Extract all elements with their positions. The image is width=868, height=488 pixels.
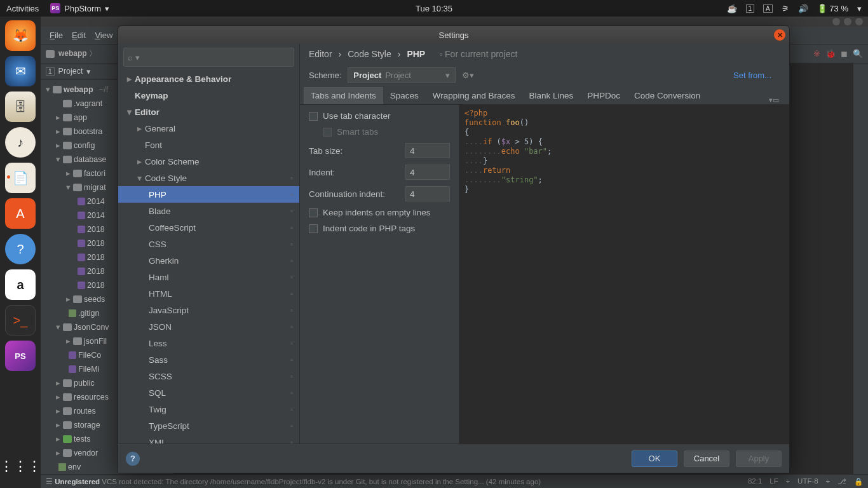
set-from-link[interactable]: Set from... [733, 71, 780, 80]
sidebar-item-keymap[interactable]: Keymap [118, 87, 299, 104]
minimize-button[interactable] [832, 18, 840, 25]
dialog-titlebar[interactable]: Settings ✕ [118, 26, 789, 44]
tab-code-conversion[interactable]: Code Conversion [627, 87, 707, 104]
indent-label: Indent: [309, 168, 335, 177]
status-message[interactable]: ☰ Unregistered VCS root detected: The di… [46, 477, 541, 486]
ok-button[interactable]: OK [632, 451, 677, 467]
stop-icon[interactable]: ◼ [841, 49, 848, 58]
keep-indents-checkbox[interactable]: Keep indents on empty lines [309, 208, 450, 217]
dock-help[interactable]: ? [5, 234, 36, 264]
indent-options: Use tab character Smart tabs Tab size:4 … [300, 105, 459, 444]
sidebar-item-blade[interactable]: Blade▫ [118, 203, 299, 219]
maximize-button[interactable] [844, 18, 851, 25]
status-bar: ☰ Unregistered VCS root detected: The di… [41, 474, 868, 488]
status-position[interactable]: 82:1 [748, 477, 762, 486]
dialog-footer: ? OK Cancel Apply [118, 444, 789, 473]
sidebar-item-xml[interactable]: XML▫ [118, 434, 299, 444]
sidebar-item-javascript[interactable]: JavaScript▫ [118, 302, 299, 318]
coffee-icon[interactable]: ☕ [727, 4, 737, 13]
app-menu[interactable]: PS PhpStorm ▾ [50, 3, 109, 13]
apply-button[interactable]: Apply [736, 451, 782, 467]
settings-search-input[interactable]: ⌕ ▾ [123, 48, 294, 67]
sidebar-item-gherkin[interactable]: Gherkin▫ [118, 252, 299, 269]
breadcrumb[interactable]: webapp 〉 [58, 48, 97, 59]
gear-icon[interactable]: ⚙▾ [462, 71, 474, 80]
sidebar-item-sql[interactable]: SQL▫ [118, 384, 299, 401]
status-git-icon[interactable]: ⎇ [837, 477, 846, 486]
bug-icon[interactable]: 🐞 [825, 49, 836, 58]
sidebar-item-codestyle[interactable]: ▾Code Style▫ [118, 170, 299, 186]
tab-size-input[interactable]: 4 [405, 143, 450, 158]
status-line-sep[interactable]: LF [770, 477, 778, 486]
dock-firefox[interactable]: 🦊 [5, 20, 36, 51]
tab-phpdoc[interactable]: PHPDoc [580, 87, 627, 104]
launcher-dock: 🦊 ✉ 🗄 ♪ 📄 A ? a >_ PS ⋮⋮⋮ [0, 17, 41, 488]
tab-blank-lines[interactable]: Blank Lines [522, 87, 580, 104]
menu-view[interactable]: View [92, 29, 115, 41]
dock-rhythmbox[interactable]: ♪ [5, 127, 36, 158]
smart-tabs-checkbox: Smart tabs [309, 127, 450, 137]
sidebar-item-editor[interactable]: ▾Editor [118, 104, 299, 120]
folder-icon [46, 50, 55, 58]
dock-show-apps[interactable]: ⋮⋮⋮ [5, 451, 36, 482]
search-icon[interactable]: 🔍 [853, 49, 863, 58]
dock-terminal[interactable]: >_ [5, 305, 36, 336]
sidebar-item-scss[interactable]: SCSS▫ [118, 368, 299, 384]
dock-amazon[interactable]: a [5, 269, 36, 300]
right-gutter [853, 64, 868, 474]
indicator-1-icon[interactable]: 1 [746, 4, 755, 13]
sidebar-item-general[interactable]: ▸General [118, 120, 299, 137]
gnome-top-bar: Activities PS PhpStorm ▾ Tue 10:35 ☕ 1 A… [0, 0, 868, 17]
dock-files[interactable]: 🗄 [5, 92, 36, 122]
volume-icon[interactable]: 🔊 [798, 4, 808, 13]
sidebar-item-html[interactable]: HTML▫ [118, 285, 299, 302]
code-preview: <?php function foo() { ....if ($x > 5) {… [459, 105, 789, 444]
project-index-icon: 1 [46, 67, 55, 76]
indicator-a-icon[interactable]: A [763, 4, 773, 13]
wifi-icon[interactable]: ⚞ [782, 4, 789, 13]
sidebar-item-coffeescript[interactable]: CoffeeScript▫ [118, 219, 299, 236]
status-encoding[interactable]: UTF-8 [797, 477, 818, 486]
chevron-down-icon: ▾ [86, 67, 91, 76]
app-menu-label: PhpStorm [64, 4, 101, 13]
tabs-overflow-icon[interactable]: ▾▭ [769, 96, 785, 104]
tab-wrapping[interactable]: Wrapping and Braces [426, 87, 522, 104]
sidebar-item-css[interactable]: CSS▫ [118, 236, 299, 252]
menu-edit[interactable]: Edit [69, 29, 88, 41]
battery-indicator[interactable]: 🔋 73 % [817, 4, 848, 13]
search-icon: ⌕ [128, 53, 133, 62]
dock-phpstorm[interactable]: PS [5, 341, 36, 371]
sidebar-item-appearance[interactable]: ▸Appearance & Behavior [118, 71, 299, 87]
dock-software[interactable]: A [5, 198, 36, 229]
sidebar-item-twig[interactable]: Twig▫ [118, 401, 299, 417]
use-tab-checkbox[interactable]: Use tab character [309, 111, 450, 121]
sidebar-item-typescript[interactable]: TypeScript▫ [118, 417, 299, 434]
sidebar-item-php[interactable]: PHP▫ [118, 186, 299, 203]
vcs-icon[interactable]: ※ [813, 49, 820, 58]
sidebar-item-haml[interactable]: Haml▫ [118, 269, 299, 285]
settings-sidebar: ⌕ ▾ ▸Appearance & Behavior Keymap ▾Edito… [118, 44, 300, 444]
help-icon[interactable]: ? [126, 452, 140, 466]
activities-button[interactable]: Activities [6, 4, 39, 13]
cancel-button[interactable]: Cancel [684, 451, 729, 467]
chevron-down-icon: ▾ [445, 71, 450, 80]
dock-thunderbird[interactable]: ✉ [5, 56, 36, 86]
sidebar-item-json[interactable]: JSON▫ [118, 318, 299, 335]
clock[interactable]: Tue 10:35 [416, 4, 452, 13]
close-button[interactable] [855, 18, 863, 25]
sidebar-item-sass[interactable]: Sass▫ [118, 351, 299, 368]
scheme-select[interactable]: Project Project ▾ [348, 67, 456, 83]
indent-php-tags-checkbox[interactable]: Indent code in PHP tags [309, 224, 450, 233]
indent-input[interactable]: 4 [405, 165, 450, 180]
tab-tabs-indents[interactable]: Tabs and Indents [304, 87, 383, 104]
status-lock-icon[interactable]: 🔒 [854, 477, 863, 486]
tab-spaces[interactable]: Spaces [383, 87, 426, 104]
close-icon[interactable]: ✕ [774, 29, 785, 41]
sidebar-item-font[interactable]: Font [118, 137, 299, 153]
sidebar-item-colorscheme[interactable]: ▸Color Scheme [118, 153, 299, 170]
chevron-down-icon[interactable]: ▾ [857, 4, 862, 13]
sidebar-item-less[interactable]: Less▫ [118, 335, 299, 351]
menu-file[interactable]: File [47, 29, 65, 41]
cont-indent-label: Continuation indent: [309, 189, 385, 199]
cont-indent-input[interactable]: 4 [405, 186, 450, 201]
